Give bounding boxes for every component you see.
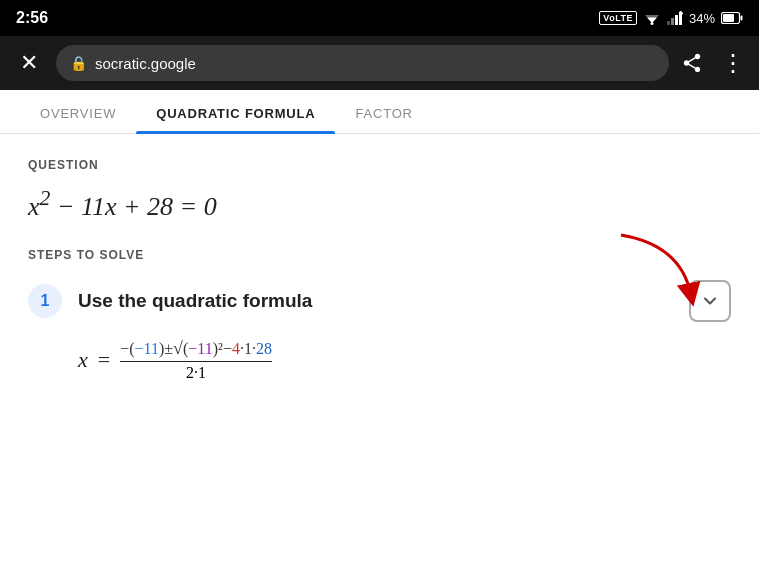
num-part-close: )±: [159, 340, 173, 357]
status-bar: 2:56 VoLTE 34%: [0, 0, 759, 36]
formula-denominator: 2·1: [186, 362, 206, 382]
svg-rect-10: [741, 16, 743, 21]
svg-point-2: [650, 22, 653, 25]
step-1-row: 1 Use the quadratic formula: [28, 280, 731, 322]
svg-rect-9: [723, 14, 734, 22]
num-one: 1: [244, 340, 252, 357]
num-sqrt: √: [173, 338, 183, 358]
wifi-icon: [643, 11, 661, 25]
tab-overview[interactable]: OVERVIEW: [20, 90, 136, 133]
lock-icon: 🔒: [70, 55, 87, 71]
num-neg11: −11: [188, 340, 212, 357]
battery-icon: [721, 12, 743, 24]
battery-text: 34%: [689, 11, 715, 26]
question-equation: x2 − 11x + 28 = 0: [28, 186, 731, 222]
volte-badge: VoLTE: [599, 11, 637, 25]
chevron-down-icon: [700, 291, 720, 311]
svg-rect-6: [679, 12, 682, 25]
tab-factor[interactable]: FACTOR: [335, 90, 432, 133]
url-bar[interactable]: 🔒 socratic.google: [56, 45, 669, 81]
step-1-expand-button[interactable]: [689, 280, 731, 322]
menu-icon[interactable]: ⋮: [721, 49, 745, 77]
status-time: 2:56: [16, 9, 48, 27]
num-part-neg: −(: [120, 340, 134, 357]
step-1-number: 1: [28, 284, 62, 318]
num-squared: )²−: [213, 340, 232, 357]
formula-numerator: −(−11)±√(−11)²−4·1·28: [120, 338, 272, 362]
denom-2: 2·1: [186, 364, 206, 381]
formula-variable: x: [78, 347, 88, 373]
tabs-bar: OVERVIEW QUADRATIC FORMULA FACTOR: [0, 90, 759, 134]
svg-rect-5: [675, 15, 678, 25]
num-part-neg11: −11: [135, 340, 159, 357]
num-four: 4: [232, 340, 240, 357]
svg-rect-4: [671, 18, 674, 25]
formula-display: x = −(−11)±√(−11)²−4·1·28 2·1: [28, 338, 731, 382]
question-label: QUESTION: [28, 158, 731, 172]
num-28: 28: [256, 340, 272, 357]
svg-rect-3: [667, 21, 670, 25]
main-content: QUESTION x2 − 11x + 28 = 0 STEPS TO SOLV…: [0, 134, 759, 406]
close-button[interactable]: ✕: [14, 50, 44, 76]
formula-equals: =: [98, 347, 110, 373]
status-icons: VoLTE 34%: [599, 11, 743, 26]
step-1-title: Use the quadratic formula: [78, 290, 673, 312]
signal-icon: [667, 11, 683, 25]
tab-quadratic-formula[interactable]: QUADRATIC FORMULA: [136, 90, 335, 133]
share-icon[interactable]: [681, 52, 703, 74]
formula-fraction: −(−11)±√(−11)²−4·1·28 2·1: [120, 338, 272, 382]
url-text: socratic.google: [95, 55, 196, 72]
steps-label: STEPS TO SOLVE: [28, 248, 731, 262]
browser-bar: ✕ 🔒 socratic.google ⋮: [0, 36, 759, 90]
browser-actions: ⋮: [681, 49, 745, 77]
